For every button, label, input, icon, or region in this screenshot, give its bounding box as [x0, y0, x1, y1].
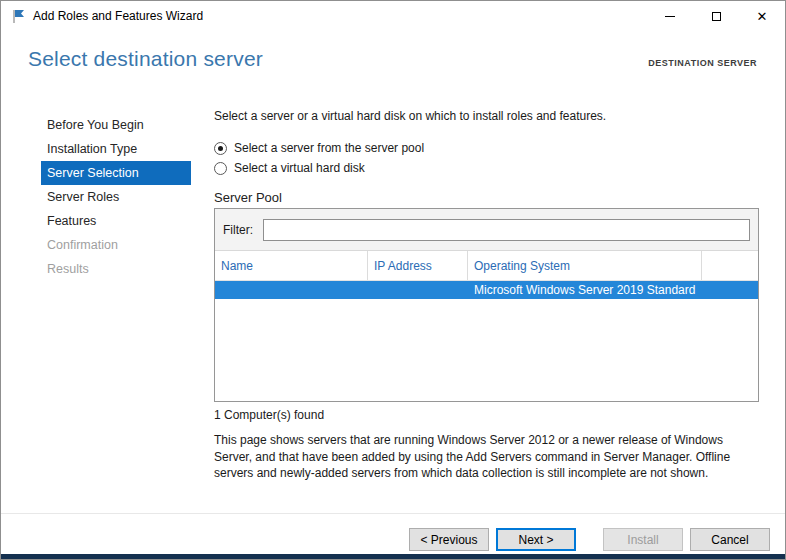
nav-item-label: Server Roles	[47, 190, 119, 204]
nav-item-server-selection[interactable]: Server Selection	[41, 161, 191, 185]
window-bottom-border	[1, 554, 785, 559]
previous-button[interactable]: < Previous	[409, 528, 489, 551]
radio-label: Select a virtual hard disk	[234, 161, 365, 175]
nav-item-label: Installation Type	[47, 142, 137, 156]
close-icon: ✕	[757, 10, 768, 23]
filter-label: Filter:	[223, 223, 253, 237]
nav-item-before-you-begin[interactable]: Before You Begin	[41, 113, 191, 137]
install-button[interactable]: Install	[603, 528, 683, 551]
cell-operating-system: Microsoft Windows Server 2019 Standard	[468, 283, 702, 297]
column-header-name[interactable]: Name	[215, 251, 368, 280]
nav-item-installation-type[interactable]: Installation Type	[41, 137, 191, 161]
window-controls: ✕	[647, 1, 785, 31]
filter-strip: Filter:	[215, 209, 758, 251]
nav-item-server-roles[interactable]: Server Roles	[41, 185, 191, 209]
page-description: This page shows servers that are running…	[214, 432, 762, 482]
title-bar: Add Roles and Features Wizard ✕	[1, 1, 785, 31]
server-row[interactable]: Microsoft Windows Server 2019 Standard	[215, 281, 758, 299]
minimize-button[interactable]	[647, 1, 693, 31]
footer-divider	[1, 513, 785, 514]
page-header: Select destination server DESTINATION SE…	[1, 31, 785, 99]
next-button[interactable]: Next >	[496, 528, 576, 551]
maximize-icon	[712, 12, 721, 21]
page-title: Select destination server	[28, 47, 263, 71]
column-header-ip-address[interactable]: IP Address	[368, 251, 468, 280]
radio-server-pool[interactable]: Select a server from the server pool	[214, 141, 759, 155]
window-title: Add Roles and Features Wizard	[33, 9, 203, 23]
wizard-nav: Before You Begin Installation Type Serve…	[1, 99, 201, 504]
radio-button-icon[interactable]	[214, 162, 227, 175]
cancel-button[interactable]: Cancel	[690, 528, 770, 551]
maximize-button[interactable]	[693, 1, 739, 31]
nav-item-label: Confirmation	[47, 238, 118, 252]
server-table: Name IP Address Operating System Microso…	[215, 251, 758, 401]
column-header-operating-system[interactable]: Operating System	[468, 251, 702, 280]
nav-item-confirmation: Confirmation	[41, 233, 191, 257]
wizard-icon	[10, 8, 26, 24]
minimize-icon	[665, 16, 675, 17]
computers-found-text: 1 Computer(s) found	[214, 408, 759, 422]
close-button[interactable]: ✕	[739, 1, 785, 31]
page-intro: Select a server or a virtual hard disk o…	[214, 109, 759, 123]
nav-item-label: Before You Begin	[47, 118, 144, 132]
nav-item-results: Results	[41, 257, 191, 281]
footer-buttons: < Previous Next > Install Cancel	[409, 528, 770, 551]
radio-button-icon[interactable]	[214, 142, 227, 155]
page-content: Select a server or a virtual hard disk o…	[214, 99, 759, 482]
table-header: Name IP Address Operating System	[215, 251, 758, 281]
nav-item-label: Results	[47, 262, 89, 276]
nav-item-label: Features	[47, 214, 96, 228]
server-pool-box: Filter: Name IP Address Operating System…	[214, 208, 759, 402]
filter-input[interactable]	[263, 219, 750, 241]
nav-item-features[interactable]: Features	[41, 209, 191, 233]
server-pool-title: Server Pool	[214, 190, 759, 205]
destination-server-label: DESTINATION SERVER	[648, 58, 757, 68]
nav-item-label: Server Selection	[47, 166, 139, 180]
column-header-filler	[702, 251, 758, 280]
radio-label: Select a server from the server pool	[234, 141, 424, 155]
radio-virtual-hard-disk[interactable]: Select a virtual hard disk	[214, 161, 759, 175]
wizard-window: Add Roles and Features Wizard ✕ Select d…	[0, 0, 786, 560]
